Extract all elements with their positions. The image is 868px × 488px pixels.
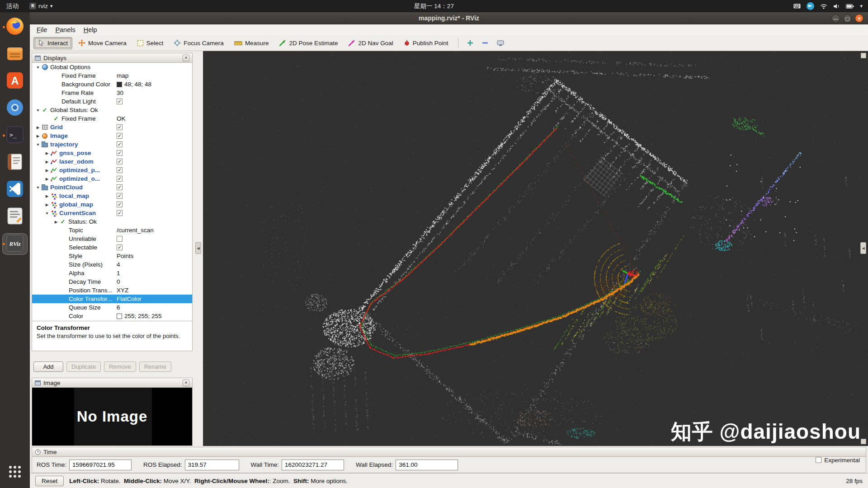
tree-row-color-transfor[interactable]: Color Transfor...FlatColor bbox=[32, 295, 192, 303]
tree-row-local-map[interactable]: ▶local_map✓ bbox=[32, 192, 192, 200]
chevron-down-icon[interactable]: ▾ bbox=[860, 3, 863, 9]
dock-item-firefox[interactable] bbox=[2, 16, 28, 38]
tool-select[interactable]: Select bbox=[132, 37, 168, 49]
tool-measure[interactable]: Measure bbox=[230, 37, 274, 49]
dock-item-terminal[interactable]: >_ bbox=[2, 125, 28, 146]
expand-icon[interactable]: ▶ bbox=[35, 134, 41, 138]
tree-row-optimized-o[interactable]: ▶optimized_o...✓ bbox=[32, 174, 192, 183]
minimize-button[interactable]: — bbox=[831, 14, 840, 23]
tree-row-laser-odom[interactable]: ▶laser_odom✓ bbox=[32, 157, 192, 166]
battery-icon[interactable] bbox=[846, 4, 854, 9]
close-button[interactable]: ✕ bbox=[855, 14, 863, 23]
tree-value[interactable]: 1 bbox=[117, 269, 120, 277]
tree-row-global-status-ok[interactable]: ▼✓Global Status: Ok bbox=[32, 106, 192, 114]
time-field-input[interactable] bbox=[69, 460, 132, 470]
tree-value[interactable]: Points bbox=[117, 252, 134, 260]
network-icon[interactable] bbox=[820, 4, 827, 9]
tree-value[interactable]: ✓ bbox=[117, 243, 123, 252]
expand-icon[interactable]: ▶ bbox=[35, 125, 41, 130]
tree-value[interactable]: map bbox=[117, 71, 128, 80]
tree-value[interactable]: XYZ bbox=[117, 286, 128, 295]
tree-row-selectable[interactable]: Selectable✓ bbox=[32, 243, 192, 252]
tree-value[interactable]: 0 bbox=[117, 277, 120, 286]
tree-value[interactable]: ✓ bbox=[117, 131, 123, 140]
checkbox-checked-icon[interactable]: ✓ bbox=[117, 210, 123, 216]
menu-file[interactable]: File bbox=[33, 25, 51, 34]
expand-icon[interactable]: ▶ bbox=[44, 194, 50, 198]
tool-interact[interactable]: Interact bbox=[33, 37, 72, 49]
experimental-checkbox[interactable] bbox=[816, 457, 821, 463]
tree-value[interactable]: ✓ bbox=[117, 166, 123, 174]
tree-row-frame-rate[interactable]: Frame Rate30 bbox=[32, 89, 192, 97]
tree-value[interactable] bbox=[117, 235, 123, 243]
time-field-input[interactable] bbox=[396, 460, 458, 470]
tree-value[interactable]: ✓ bbox=[117, 157, 123, 166]
tree-row-alpha[interactable]: Alpha1 bbox=[32, 269, 192, 277]
time-field-input[interactable] bbox=[185, 460, 239, 470]
dock-item-chromium[interactable] bbox=[2, 98, 28, 119]
telegram-icon[interactable] bbox=[807, 2, 814, 10]
tool-focus-camera[interactable]: Focus Camera bbox=[169, 37, 228, 49]
window-titlebar[interactable]: mapping.rviz* - RViz — ▢ ✕ bbox=[30, 12, 868, 24]
tree-value[interactable]: ✓ bbox=[117, 140, 123, 149]
collapse-icon[interactable]: ▼ bbox=[35, 142, 41, 147]
activities-button[interactable]: 活动 bbox=[0, 0, 25, 12]
image-close-icon[interactable]: ✕ bbox=[183, 380, 189, 386]
tree-value[interactable]: ✓ bbox=[117, 183, 123, 192]
tree-row-unreliable[interactable]: Unreliable bbox=[32, 235, 192, 243]
tree-value[interactable]: ✓ bbox=[117, 123, 123, 131]
tool-2d-nav-goal[interactable]: 2D Nav Goal bbox=[344, 37, 397, 49]
checkbox-unchecked-icon[interactable] bbox=[117, 236, 123, 242]
tree-value[interactable]: ✓ bbox=[117, 192, 123, 200]
checkbox-checked-icon[interactable]: ✓ bbox=[117, 193, 123, 199]
tree-row-trajectory[interactable]: ▼trajectory✓ bbox=[32, 140, 192, 149]
collapse-icon[interactable]: ▼ bbox=[35, 185, 41, 190]
render-viewport[interactable]: 知乎 @daijiaoshou bbox=[203, 51, 868, 446]
tree-value[interactable]: 6 bbox=[117, 303, 120, 312]
displays-close-icon[interactable]: ✕ bbox=[183, 55, 189, 61]
add-tool-button[interactable] bbox=[463, 37, 477, 49]
remove-tool-button[interactable] bbox=[478, 37, 492, 49]
tool-move-camera[interactable]: Move Camera bbox=[74, 37, 131, 49]
app-menu-button[interactable]: R rviz ▾ bbox=[25, 0, 57, 12]
checkbox-checked-icon[interactable]: ✓ bbox=[117, 133, 123, 139]
image-panel-header[interactable]: Image ✕ bbox=[32, 378, 193, 388]
time-field-input[interactable] bbox=[282, 460, 344, 470]
displays-panel-header[interactable]: Displays ✕ bbox=[32, 53, 193, 63]
dock-item-docs[interactable] bbox=[2, 152, 28, 174]
tree-value[interactable]: OK bbox=[117, 114, 126, 123]
tree-row-background-color[interactable]: Background Color48; 48; 48 bbox=[32, 80, 192, 89]
tree-row-optimized-p[interactable]: ▶optimized_p...✓ bbox=[32, 166, 192, 174]
tree-row-decay-time[interactable]: Decay Time0 bbox=[32, 277, 192, 286]
viewport-corner-bottom[interactable] bbox=[861, 439, 866, 444]
reset-button[interactable]: Reset bbox=[35, 476, 64, 486]
viewport-corner-top[interactable] bbox=[861, 53, 866, 58]
tree-row-grid[interactable]: ▶Grid✓ bbox=[32, 123, 192, 131]
expand-icon[interactable]: ▶ bbox=[44, 177, 50, 181]
tree-row-fixed-frame[interactable]: Fixed Framemap bbox=[32, 71, 192, 80]
collapse-icon[interactable]: ▼ bbox=[35, 108, 41, 113]
time-panel-header[interactable]: Time bbox=[32, 447, 866, 457]
checkbox-checked-icon[interactable]: ✓ bbox=[117, 202, 123, 207]
tree-value[interactable]: ✓ bbox=[117, 149, 123, 157]
left-collapse-handle-icon[interactable]: ◀ bbox=[195, 242, 201, 254]
tree-row-size-pixels[interactable]: Size (Pixels)4 bbox=[32, 260, 192, 269]
checkbox-checked-icon[interactable]: ✓ bbox=[117, 176, 123, 182]
tree-row-position-trans[interactable]: Position Trans...XYZ bbox=[32, 286, 192, 295]
menu-help[interactable]: Help bbox=[80, 25, 101, 34]
dock-item-apps-grid[interactable] bbox=[2, 462, 28, 483]
collapse-icon[interactable]: ▼ bbox=[35, 65, 41, 70]
tool-2d-pose-estimate[interactable]: 2D Pose Estimate bbox=[274, 37, 342, 49]
tree-value[interactable]: /current_scan bbox=[117, 226, 154, 235]
maximize-button[interactable]: ▢ bbox=[843, 14, 852, 23]
tool-publish-point[interactable]: Publish Point bbox=[399, 37, 453, 49]
tree-row-image[interactable]: ▶Image✓ bbox=[32, 131, 192, 140]
checkbox-checked-icon[interactable]: ✓ bbox=[117, 244, 123, 250]
tree-row-pointcloud[interactable]: ▼PointCloud✓ bbox=[32, 183, 192, 192]
tool-properties-button[interactable] bbox=[493, 37, 508, 49]
tree-row-topic[interactable]: Topic/current_scan bbox=[32, 226, 192, 235]
dock-item-files[interactable] bbox=[2, 43, 28, 65]
right-collapse-handle-icon[interactable]: ◀ bbox=[860, 242, 866, 254]
checkbox-checked-icon[interactable]: ✓ bbox=[117, 167, 123, 173]
clock[interactable]: 星期一 14：27 bbox=[414, 0, 454, 12]
